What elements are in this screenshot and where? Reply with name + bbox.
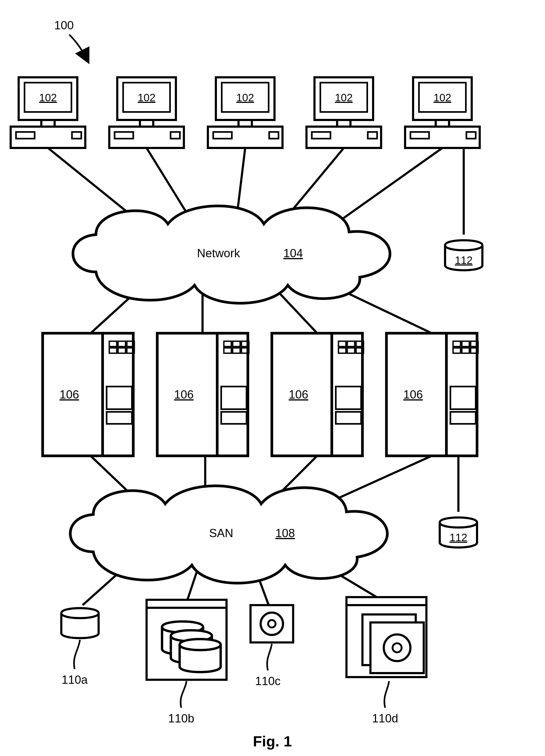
servers-row: 106 106 106 106 (43, 333, 478, 456)
san-label: SAN (209, 526, 233, 540)
client-3-ref: 102 (236, 92, 254, 103)
network-cloud: Network 104 (73, 206, 390, 303)
figure-1-diagram: 100 102 102 102 102 102 (0, 0, 545, 756)
storage-110a-label: 110a (62, 673, 88, 686)
clients-row: 102 102 102 102 102 (11, 77, 480, 148)
server-3-ref: 106 (289, 388, 308, 401)
storage-110b: 110b (147, 600, 227, 725)
das-top-ref: 112 (455, 254, 473, 266)
figure-ref-label: 100 (54, 19, 74, 32)
storage-110c-label: 110c (255, 674, 280, 687)
san-cloud: SAN 108 (70, 486, 387, 583)
svg-line-29 (147, 148, 192, 221)
server-1: 106 (43, 333, 134, 456)
server-3: 106 (272, 333, 364, 456)
server-2-ref: 106 (174, 388, 193, 401)
das-bottom: 112 (440, 517, 477, 548)
client-4: 102 (306, 77, 381, 148)
server-2: 106 (157, 333, 249, 456)
client-4-ref: 102 (335, 92, 353, 103)
storage-110a: 110a (61, 608, 99, 686)
server-4: 106 (386, 333, 478, 456)
client-5: 102 (405, 77, 480, 148)
san-ref: 108 (275, 526, 295, 540)
server-4-ref: 106 (403, 388, 423, 401)
svg-line-32 (328, 148, 442, 229)
storage-110b-label: 110b (168, 712, 194, 725)
das-bottom-ref: 112 (450, 532, 467, 543)
figure-caption: Fig. 1 (253, 733, 292, 750)
storage-110c: 110c (251, 605, 293, 687)
server-1-ref: 106 (59, 388, 79, 401)
client-5-ref: 102 (434, 92, 451, 103)
figure-ref-arrow (69, 35, 88, 61)
network-ref: 104 (283, 247, 303, 260)
client-2-ref: 102 (138, 92, 156, 103)
client-1: 102 (11, 77, 85, 148)
das-top: 112 (445, 240, 482, 270)
client-1-ref: 102 (39, 92, 57, 103)
client-2: 102 (109, 77, 184, 148)
network-label: Network (197, 247, 240, 260)
storage-110d-label: 110d (372, 712, 398, 725)
client-3: 102 (208, 77, 282, 148)
svg-line-42 (187, 570, 197, 602)
svg-line-30 (237, 148, 245, 213)
storage-110d: 110d (346, 597, 426, 725)
